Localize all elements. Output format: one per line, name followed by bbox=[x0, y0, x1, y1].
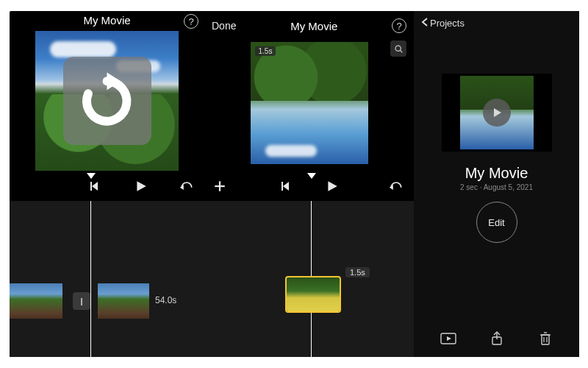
rotate-overlay bbox=[63, 57, 151, 145]
undo-icon bbox=[389, 180, 404, 192]
chevron-left-icon bbox=[421, 17, 429, 29]
share-icon bbox=[490, 331, 503, 346]
play-button[interactable] bbox=[135, 180, 148, 196]
plus-icon bbox=[213, 180, 226, 193]
timeline[interactable]: 1.5s bbox=[204, 201, 414, 357]
undo-icon bbox=[179, 180, 194, 192]
play-icon bbox=[135, 180, 148, 193]
project-title: My Movie bbox=[10, 11, 204, 26]
video-preview[interactable]: 1.5s bbox=[251, 42, 368, 164]
play-overlay-button[interactable] bbox=[483, 99, 511, 127]
undo-button[interactable] bbox=[179, 180, 194, 195]
done-button[interactable]: Done bbox=[212, 20, 236, 32]
svg-rect-2 bbox=[90, 182, 92, 191]
svg-marker-1 bbox=[92, 182, 98, 191]
help-button[interactable]: ? bbox=[184, 14, 198, 29]
play-button[interactable] bbox=[326, 180, 339, 196]
project-actions-bar bbox=[414, 330, 579, 347]
play-icon bbox=[326, 180, 339, 193]
timeline-clip[interactable] bbox=[98, 283, 149, 319]
project-thumbnail[interactable] bbox=[442, 74, 552, 152]
editor-panel-rotate: My Movie ? bbox=[10, 11, 204, 357]
help-icon: ? bbox=[188, 16, 193, 27]
project-title: My Movie bbox=[414, 165, 579, 182]
add-media-button[interactable] bbox=[213, 180, 226, 197]
trash-icon bbox=[539, 331, 551, 346]
svg-line-6 bbox=[400, 50, 402, 52]
preview-duration-badge: 1.5s bbox=[255, 46, 276, 56]
play-rect-icon bbox=[440, 333, 456, 344]
edit-button[interactable]: Edit bbox=[476, 202, 517, 243]
project-meta: 2 sec · August 5, 2021 bbox=[414, 183, 579, 191]
playhead-line[interactable] bbox=[90, 201, 91, 357]
timeline-clip[interactable] bbox=[10, 283, 62, 319]
playhead-indicator-icon bbox=[307, 173, 316, 179]
play-project-button[interactable] bbox=[440, 330, 456, 347]
skip-back-button[interactable] bbox=[89, 180, 101, 195]
svg-rect-18 bbox=[542, 335, 549, 344]
share-button[interactable] bbox=[489, 330, 505, 347]
back-to-projects-button[interactable]: Projects bbox=[414, 11, 579, 29]
transition-button[interactable]: | bbox=[73, 292, 90, 310]
playhead-indicator-icon bbox=[87, 173, 96, 179]
zoom-button[interactable] bbox=[390, 40, 406, 57]
skip-back-icon bbox=[280, 180, 292, 192]
svg-marker-15 bbox=[447, 336, 451, 341]
play-icon bbox=[491, 107, 503, 118]
transport-bar bbox=[10, 174, 204, 201]
editor-panel-edit: Done My Movie ? 1.5s bbox=[204, 11, 414, 357]
svg-marker-9 bbox=[283, 182, 289, 191]
skip-back-icon bbox=[89, 180, 101, 192]
undo-button[interactable] bbox=[389, 180, 404, 195]
help-icon: ? bbox=[396, 21, 401, 32]
svg-marker-11 bbox=[328, 181, 337, 191]
back-label: Projects bbox=[430, 18, 465, 29]
svg-marker-13 bbox=[494, 108, 501, 117]
transition-icon: | bbox=[80, 297, 82, 305]
rotate-cw-icon bbox=[76, 70, 138, 132]
magnifier-icon bbox=[394, 44, 404, 54]
svg-marker-3 bbox=[137, 181, 146, 191]
project-title: My Movie bbox=[290, 20, 337, 32]
svg-point-5 bbox=[395, 46, 401, 51]
delete-button[interactable] bbox=[537, 330, 553, 347]
video-preview[interactable] bbox=[35, 31, 179, 171]
svg-rect-10 bbox=[282, 182, 283, 191]
help-button[interactable]: ? bbox=[392, 18, 406, 33]
skip-back-button[interactable] bbox=[280, 180, 292, 195]
edit-label: Edit bbox=[488, 217, 504, 228]
timeline-clip-selected[interactable] bbox=[287, 277, 340, 311]
transport-bar bbox=[204, 174, 414, 201]
clip-duration-label: 54.0s bbox=[155, 295, 176, 305]
clip-duration-label: 1.5s bbox=[345, 267, 370, 277]
timeline[interactable]: | 54.0s bbox=[10, 201, 204, 357]
project-detail-panel: Projects My Movie 2 sec · August 5, 2021… bbox=[414, 11, 579, 357]
